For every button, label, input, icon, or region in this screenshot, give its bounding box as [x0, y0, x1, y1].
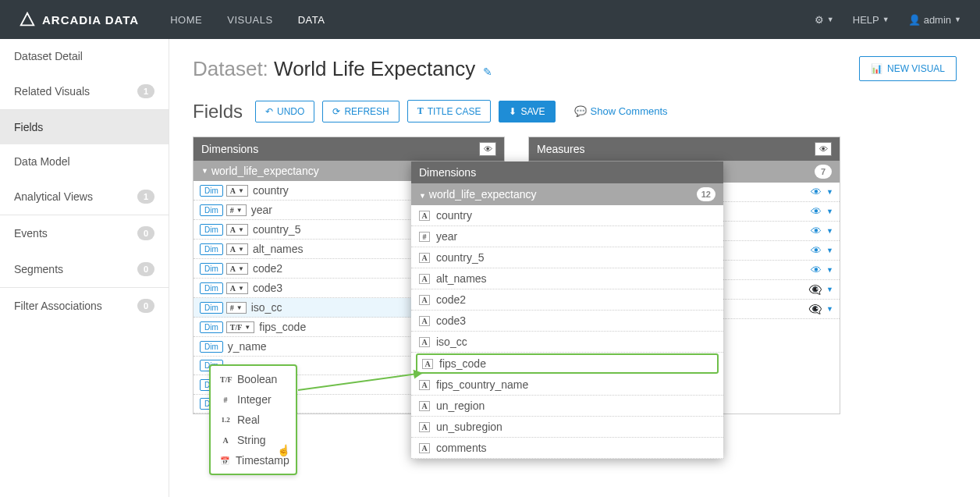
- type-selector[interactable]: # ▼: [226, 302, 247, 314]
- type-selector[interactable]: # ▼: [226, 204, 247, 216]
- type-icon: A: [422, 359, 433, 369]
- title-case-button[interactable]: TTITLE CASE: [407, 100, 492, 122]
- field-name: alt_names: [253, 243, 304, 255]
- visibility-icon[interactable]: 👁 ▼: [811, 244, 833, 257]
- popup-field-row[interactable]: #year: [411, 226, 723, 247]
- popup-field-row[interactable]: Acode3: [411, 311, 723, 332]
- field-name: fips_country_name: [436, 378, 528, 391]
- sidebar-events[interactable]: Events0: [0, 215, 169, 251]
- fields-toolbar: Fields ↶UNDO ⟳REFRESH TTITLE CASE ⬇SAVE …: [193, 100, 957, 122]
- settings-menu[interactable]: ⚙ ▼: [815, 14, 834, 26]
- popup-table-header[interactable]: ▼ world_life_expectancy 12: [411, 183, 723, 205]
- visibility-toggle-icon[interactable]: 👁: [479, 142, 496, 156]
- type-selector[interactable]: A ▼: [226, 243, 248, 255]
- field-name: comments: [436, 442, 487, 454]
- save-button[interactable]: ⬇SAVE: [499, 101, 555, 122]
- type-option-boolean[interactable]: T/FBoolean: [211, 369, 296, 389]
- new-visual-button[interactable]: 📊 NEW VISUAL: [859, 56, 957, 81]
- popup-field-row[interactable]: Afips_country_name: [411, 375, 723, 396]
- type-icon: A: [419, 295, 430, 305]
- show-comments-link[interactable]: 💬Show Comments: [574, 105, 668, 117]
- nav-visuals[interactable]: VISUALS: [227, 14, 272, 26]
- type-selector[interactable]: A ▼: [226, 185, 248, 197]
- field-name: country: [436, 209, 472, 222]
- dim-chip: Dim: [200, 302, 223, 314]
- popup-field-row[interactable]: Acode2: [411, 289, 723, 311]
- type-option-real[interactable]: 1.2Real: [211, 410, 296, 430]
- type-selector[interactable]: A ▼: [226, 224, 248, 236]
- sidebar-segments[interactable]: Segments0: [0, 251, 169, 287]
- popup-field-row[interactable]: Afips_code: [416, 353, 719, 374]
- caret-down-icon: ▼: [826, 247, 833, 254]
- type-icon: A: [419, 443, 430, 453]
- type-icon: A: [419, 211, 430, 221]
- visibility-toggle-icon[interactable]: 👁: [815, 142, 832, 156]
- count-badge: 12: [697, 187, 715, 201]
- type-icon: A: [419, 380, 430, 390]
- count-badge: 0: [137, 299, 154, 313]
- popup-field-row[interactable]: Aiso_cc: [411, 332, 723, 353]
- caret-down-icon: ▼: [238, 265, 244, 272]
- user-icon: 👤: [908, 14, 921, 26]
- refresh-button[interactable]: ⟳REFRESH: [322, 101, 399, 122]
- boolean-icon: T/F: [220, 375, 231, 384]
- field-name: country: [253, 184, 289, 197]
- visibility-icon[interactable]: 👁‍🗨 ▼: [808, 283, 833, 296]
- count-badge: 1: [137, 84, 154, 98]
- sidebar-fields[interactable]: Fields: [0, 110, 169, 144]
- sidebar-analytical-views[interactable]: Analytical Views1: [0, 179, 169, 215]
- nav-data[interactable]: DATA: [298, 14, 325, 26]
- measures-header: Measures 👁: [529, 137, 840, 161]
- type-dropdown[interactable]: T/FBoolean #Integer 1.2Real AString 📅Tim…: [209, 364, 297, 475]
- integer-icon: #: [220, 396, 231, 404]
- field-name: code3: [436, 314, 466, 327]
- field-name: alt_names: [436, 272, 487, 285]
- visibility-icon[interactable]: 👁‍🗨 ▼: [808, 303, 833, 315]
- visibility-icon[interactable]: 👁 ▼: [811, 264, 833, 276]
- dim-chip: Dim: [200, 243, 223, 255]
- sidebar-data-model[interactable]: Data Model: [0, 144, 169, 179]
- popup-field-row[interactable]: Aalt_names: [411, 268, 723, 289]
- edit-title-icon[interactable]: ✎: [483, 66, 492, 78]
- type-selector[interactable]: A ▼: [226, 263, 248, 275]
- dim-chip: Dim: [200, 263, 223, 275]
- nav-links: HOME VISUALS DATA: [170, 14, 325, 26]
- caret-down-icon: ▼: [954, 16, 961, 23]
- help-menu[interactable]: HELP ▼: [853, 14, 889, 26]
- sidebar-filter-associations[interactable]: Filter Associations0: [0, 288, 169, 324]
- popup-field-row[interactable]: Aun_subregion: [411, 417, 723, 438]
- page-title: Dataset: World Life Expectancy ✎: [193, 57, 492, 81]
- visibility-icon[interactable]: 👁 ▼: [811, 205, 833, 218]
- caret-down-icon: ▼: [882, 16, 889, 23]
- visibility-icon[interactable]: 👁 ▼: [811, 186, 833, 198]
- field-name: code2: [253, 262, 282, 275]
- sidebar-related-visuals[interactable]: Related Visuals1: [0, 73, 169, 109]
- type-selector[interactable]: T/F ▼: [226, 321, 254, 333]
- caret-down-icon: ▼: [236, 304, 243, 311]
- undo-button[interactable]: ↶UNDO: [255, 101, 314, 122]
- field-name: fips_code: [439, 357, 486, 370]
- caret-down-icon: ▼: [238, 226, 244, 233]
- popup-field-row[interactable]: Acountry: [411, 205, 723, 226]
- visibility-icon[interactable]: 👁 ▼: [811, 225, 833, 237]
- nav-home[interactable]: HOME: [170, 14, 202, 26]
- dim-chip: Dim: [200, 282, 223, 294]
- type-icon: A: [419, 274, 430, 284]
- type-selector[interactable]: A ▼: [226, 282, 248, 294]
- type-option-integer[interactable]: #Integer: [211, 389, 296, 410]
- field-name: y_name: [228, 340, 267, 353]
- sidebar-dataset-detail[interactable]: Dataset Detail: [0, 39, 169, 73]
- field-name: fips_code: [259, 321, 306, 333]
- save-icon: ⬇: [509, 106, 517, 117]
- popup-field-row[interactable]: Acountry_5: [411, 247, 723, 268]
- field-name: country_5: [436, 251, 484, 264]
- dim-chip: Dim: [200, 341, 223, 353]
- field-name: code3: [253, 282, 282, 294]
- user-menu[interactable]: 👤 admin ▼: [908, 14, 961, 26]
- count-badge: 0: [137, 226, 154, 240]
- popup-field-row[interactable]: Acomments: [411, 438, 723, 459]
- popup-field-row[interactable]: Aun_region: [411, 396, 723, 417]
- type-icon: #: [419, 232, 430, 242]
- field-name: country_5: [253, 223, 300, 236]
- field-name: year: [251, 204, 272, 216]
